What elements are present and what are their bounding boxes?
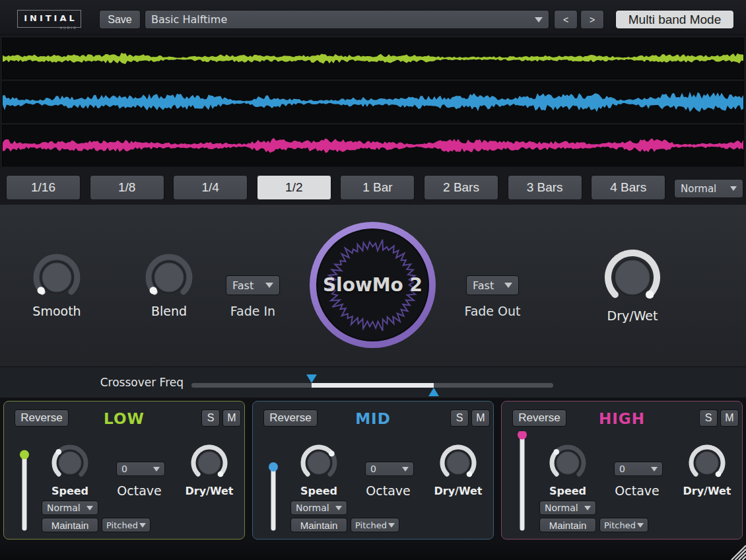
- solo-button-low[interactable]: S: [201, 409, 220, 427]
- chevron-down-icon: [139, 523, 146, 528]
- chevron-down-icon: [335, 506, 342, 510]
- time-button-4-bars[interactable]: 4 Bars: [591, 175, 665, 200]
- chevron-down-icon: [388, 523, 395, 528]
- octave-label: Octave: [117, 483, 161, 498]
- band-panel-high: Reverse HIGH S M Speed 0 Octave Dry/Wet …: [501, 401, 743, 540]
- maintain-button-low[interactable]: Maintain: [42, 518, 98, 532]
- band-panel-mid: Reverse MID S M Speed 0 Octave Dry/Wet N…: [252, 401, 494, 540]
- octave-dropdown-mid[interactable]: 0: [365, 462, 414, 476]
- next-preset-button[interactable]: >: [580, 10, 604, 29]
- speed-label: Speed: [51, 485, 88, 497]
- blend-label: Blend: [151, 304, 187, 318]
- fade-out-dropdown[interactable]: Fast: [466, 275, 519, 295]
- smooth-label: Smooth: [32, 304, 81, 318]
- time-button-1-2[interactable]: 1/2: [257, 175, 331, 200]
- chevron-down-icon: [402, 467, 409, 472]
- time-button-3-bars[interactable]: 3 Bars: [508, 175, 582, 200]
- chevron-down-icon: [637, 523, 644, 528]
- octave-value: 0: [370, 464, 400, 474]
- mode-dropdown-high[interactable]: Normal: [539, 501, 596, 515]
- time-button-1-8[interactable]: 1/8: [90, 175, 164, 200]
- speed-knob-high[interactable]: [547, 442, 589, 487]
- pitch-value: Pitched: [106, 520, 137, 530]
- mode-dropdown-low[interactable]: Normal: [42, 501, 98, 515]
- mode-value: Normal: [47, 503, 85, 513]
- dry-wet-knob-high[interactable]: [686, 442, 728, 487]
- chevron-down-icon: [535, 17, 543, 22]
- crossover-high-handle[interactable]: [428, 388, 439, 396]
- dry-wet-label: Dry/Wet: [434, 485, 482, 497]
- fade-in-label: Fade In: [230, 304, 275, 318]
- slowmo-logo-text: SlowMo 2: [309, 221, 436, 349]
- waveform-section: [0, 35, 746, 168]
- octave-label: Octave: [615, 483, 659, 498]
- main-controls: Smooth Blend Fast Fade In SlowMo 2 Fast …: [0, 205, 746, 367]
- mute-button-mid[interactable]: M: [471, 409, 490, 427]
- level-slider-low[interactable]: [18, 431, 26, 532]
- smooth-knob[interactable]: [29, 250, 85, 308]
- bottom-bar: [0, 542, 746, 560]
- crossover-slider[interactable]: [191, 383, 553, 388]
- solo-button-high[interactable]: S: [699, 409, 718, 427]
- dry-wet-knob-mid[interactable]: [437, 442, 479, 487]
- waveform-low-band[interactable]: [2, 38, 744, 79]
- waveform-high-band[interactable]: [2, 125, 744, 166]
- resize-grip[interactable]: [729, 543, 746, 560]
- initial-audio-logo: INITIAL AUDIO: [17, 10, 81, 28]
- previous-preset-button[interactable]: <: [554, 10, 578, 29]
- blend-knob[interactable]: [141, 250, 197, 308]
- octave-dropdown-high[interactable]: 0: [614, 462, 663, 476]
- octave-value: 0: [619, 464, 649, 474]
- quantize-value: Normal: [681, 183, 726, 195]
- time-division-row: 1/161/81/41/21 Bar2 Bars3 Bars4 Bars Nor…: [0, 168, 746, 205]
- crossover-freq-label: Crossover Freq: [100, 376, 184, 389]
- solo-button-mid[interactable]: S: [450, 409, 469, 427]
- multi-band-mode-button[interactable]: Multi band Mode: [615, 10, 734, 29]
- fade-out-value: Fast: [473, 279, 500, 292]
- chevron-down-icon: [153, 467, 160, 472]
- pitch-dropdown-high[interactable]: Pitched: [599, 518, 648, 532]
- band-panel-low: Reverse LOW S M Speed 0 Octave Dry/Wet N…: [3, 401, 245, 540]
- maintain-button-high[interactable]: Maintain: [539, 518, 596, 532]
- quantize-dropdown[interactable]: Normal: [674, 179, 743, 198]
- level-slider-high[interactable]: [516, 431, 524, 532]
- mode-value: Normal: [296, 503, 333, 513]
- time-button-1-bar[interactable]: 1 Bar: [340, 175, 415, 200]
- dry-wet-knob-low[interactable]: [188, 442, 230, 487]
- slowmo-plugin-window: INITIAL AUDIO Save Basic Halftime < > Mu…: [0, 0, 746, 560]
- slowmo-logo: SlowMo 2: [309, 221, 436, 349]
- speed-label: Speed: [300, 485, 337, 497]
- speed-knob-low[interactable]: [49, 442, 91, 487]
- chevron-down-icon: [730, 186, 737, 191]
- mute-button-high[interactable]: M: [720, 409, 739, 427]
- fade-in-value: Fast: [232, 279, 261, 292]
- waveform-mid-band[interactable]: [2, 81, 744, 123]
- fade-out-label: Fade Out: [464, 304, 520, 318]
- band-panels: Reverse LOW S M Speed 0 Octave Dry/Wet N…: [0, 398, 746, 542]
- pitch-dropdown-mid[interactable]: Pitched: [351, 518, 399, 532]
- maintain-button-mid[interactable]: Maintain: [290, 518, 347, 532]
- chevron-down-icon: [504, 283, 512, 288]
- octave-label: Octave: [366, 483, 410, 498]
- pitch-dropdown-low[interactable]: Pitched: [102, 518, 151, 532]
- save-button[interactable]: Save: [99, 10, 141, 29]
- octave-dropdown-low[interactable]: 0: [116, 462, 165, 476]
- time-button-1-16[interactable]: 1/16: [6, 175, 81, 200]
- octave-value: 0: [121, 464, 151, 474]
- time-button-2-bars[interactable]: 2 Bars: [424, 175, 498, 200]
- level-slider-mid[interactable]: [267, 431, 275, 532]
- pitch-value: Pitched: [355, 520, 386, 530]
- mute-button-low[interactable]: M: [222, 409, 241, 427]
- chevron-down-icon: [265, 283, 273, 288]
- speed-knob-mid[interactable]: [298, 442, 340, 487]
- mode-dropdown-mid[interactable]: Normal: [290, 501, 347, 515]
- fade-in-dropdown[interactable]: Fast: [226, 275, 280, 295]
- logo-text: INITIAL: [18, 13, 81, 23]
- dry-wet-knob[interactable]: [603, 248, 661, 309]
- preset-dropdown[interactable]: Basic Halftime: [145, 10, 549, 29]
- dry-wet-label: Dry/Wet: [185, 485, 233, 497]
- crossover-range-fill: [312, 383, 434, 388]
- crossover-low-handle[interactable]: [306, 374, 317, 383]
- speed-label: Speed: [549, 485, 586, 497]
- time-button-1-4[interactable]: 1/4: [173, 175, 248, 200]
